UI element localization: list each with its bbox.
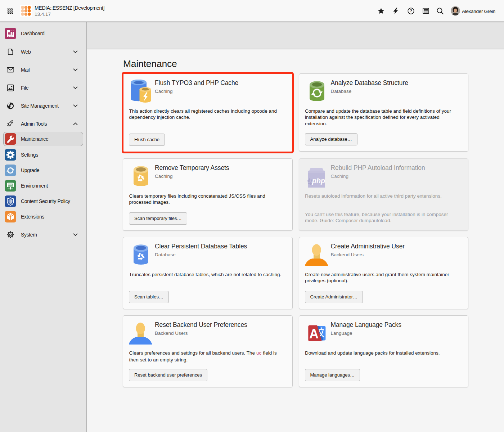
svg-text:?: ? <box>410 9 412 13</box>
svg-text:php: php <box>311 177 325 185</box>
svg-text:A: A <box>309 326 319 341</box>
